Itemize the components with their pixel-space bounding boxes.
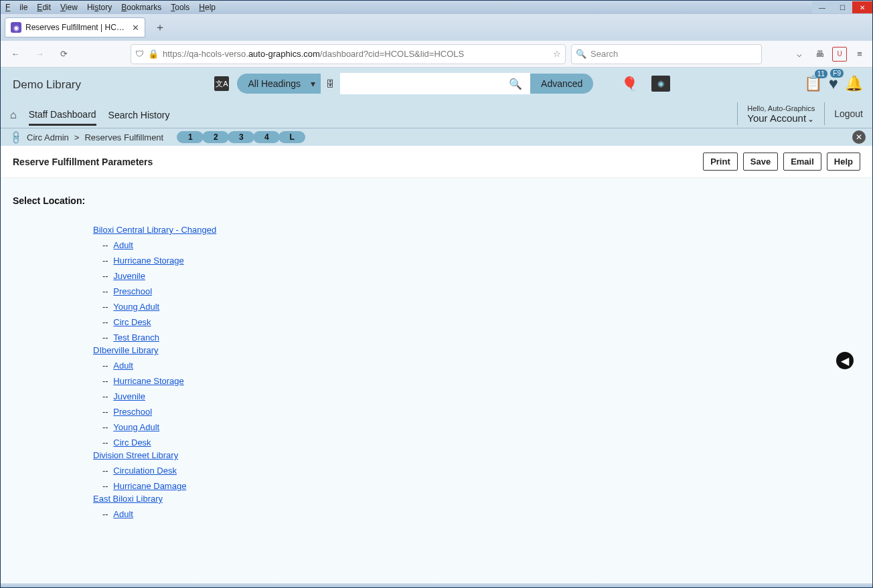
menu-history[interactable]: History [82,1,116,13]
sublocation-link[interactable]: Hurricane Storage [113,256,184,266]
dash: -- [102,437,110,448]
browser-search-box[interactable]: 🔍 Search [571,44,762,64]
sublocation-row: -- Test Branch [102,332,844,342]
page-header: Reserve Fulfillment Parameters Print Sav… [1,146,872,178]
language-icon[interactable]: 文A [214,76,229,91]
os-menubar: File Edit View History Bookmarks Tools H… [1,1,220,13]
email-button[interactable]: Email [783,153,821,171]
content-scroll[interactable]: Select Location: Biloxi Central Library … [1,178,856,583]
list-icon[interactable]: 📋 11 [804,75,822,92]
shield-icon: 🛡 [135,49,144,59]
sublocation-row: -- Preschool [102,286,844,296]
divider [824,102,825,125]
chain-icon: 🔗 [8,129,23,144]
dash: -- [102,240,110,250]
menu-tools[interactable]: Tools [166,1,194,13]
dash: -- [102,271,110,281]
url-text: https://qa-hcols-verso.auto-graphics.com… [163,49,549,59]
advanced-search-button[interactable]: Advanced [530,74,593,94]
breadcrumb-a[interactable]: Circ Admin [27,132,69,142]
back-button[interactable]: ← [6,45,25,64]
sublocation-link[interactable]: Adult [113,509,133,519]
sublocation-row: -- Adult [102,509,844,519]
sublocation-link[interactable]: Test Branch [113,332,159,342]
save-button[interactable]: Save [743,153,778,171]
app-menu-icon[interactable]: ≡ [852,47,867,62]
tab-title: Reserves Fulfillment | HCOLS | h [25,23,128,32]
sublocation-link[interactable]: Adult [113,361,133,371]
forward-button[interactable]: → [30,45,49,64]
print-icon[interactable]: 🖶 [812,47,827,62]
list-badge: 11 [815,70,827,78]
browser-tabstrip: ◉ Reserves Fulfillment | HCOLS | h ✕ ＋ [1,14,872,41]
menu-bookmarks[interactable]: Bookmarks [116,1,166,13]
collapse-chevron-icon[interactable]: ◀ [836,352,854,369]
library-link[interactable]: East Biloxi Library [93,494,163,504]
catalog-browse-icon[interactable]: ◉ [651,76,670,92]
sublocation-link[interactable]: Hurricane Storage [113,376,184,386]
page-pill[interactable]: 2 [202,131,229,143]
sublocation-row: -- Hurricane Storage [102,376,844,386]
dash: -- [102,509,110,519]
url-bar[interactable]: 🛡 🔒 https://qa-hcols-verso.auto-graphics… [131,44,566,64]
catalog-search-button[interactable]: 🔍 [501,73,530,94]
sublocation-link[interactable]: Hurricane Damage [113,481,186,491]
window-close-button[interactable]: ✕ [852,1,872,13]
menu-edit[interactable]: Edit [32,1,56,13]
library-link[interactable]: Biloxi Central Library - Changed [93,225,216,235]
sublocation-row: -- Circulation Desk [102,466,844,476]
sublocation-link[interactable]: Circulation Desk [113,466,177,476]
bookmark-star-icon[interactable]: ☆ [553,49,561,59]
logout-link[interactable]: Logout [834,108,863,119]
search-scope-dropdown[interactable]: All Headings [237,74,321,94]
tab-close-icon[interactable]: ✕ [132,23,139,33]
page-pill[interactable]: 1 [177,131,204,143]
window-maximize-button[interactable]: ☐ [832,1,852,13]
home-icon[interactable]: ⌂ [10,109,17,121]
close-panel-icon[interactable]: ✕ [852,130,866,144]
search-placeholder: Search [590,49,618,59]
new-tab-button[interactable]: ＋ [151,18,169,37]
browser-tab[interactable]: ◉ Reserves Fulfillment | HCOLS | h ✕ [5,17,145,37]
sublocation-row: -- Hurricane Damage [102,481,844,491]
page-pill[interactable]: 4 [253,131,280,143]
sublocation-link[interactable]: Young Adult [113,422,159,432]
sublocation-link[interactable]: Preschool [113,407,152,417]
account-dropdown[interactable]: Your Account [747,112,815,124]
dash: -- [102,407,110,417]
sublocation-link[interactable]: Circ Desk [113,437,151,448]
breadcrumb-b[interactable]: Reserves Fulfillment [84,132,163,142]
favorites-icon[interactable]: ♥ F9 [829,74,838,93]
shield-badge-icon[interactable]: U [832,47,847,62]
page-pill[interactable]: 3 [228,131,254,143]
balloon-icon[interactable]: 🎈 [621,76,638,92]
menu-help[interactable]: Help [194,1,220,13]
print-button[interactable]: Print [703,153,738,171]
database-icon[interactable]: 🗄 [321,79,340,89]
sublocation-link[interactable]: Circ Desk [113,317,151,327]
catalog-search-input[interactable] [340,73,501,94]
sublocation-link[interactable]: Adult [113,240,133,250]
dash: -- [102,466,110,476]
location-tree: Biloxi Central Library - Changed-- Adult… [93,225,844,519]
page-pill[interactable]: L [279,131,305,143]
os-titlebar: File Edit View History Bookmarks Tools H… [1,1,872,14]
help-button[interactable]: Help [827,153,860,171]
dash: -- [102,361,110,371]
notifications-icon[interactable]: 🔔 [845,75,863,92]
nav-staff-dashboard[interactable]: Staff Dashboard [29,105,96,126]
sublocation-link[interactable]: Young Adult [113,302,159,312]
pocket-icon[interactable]: ⌵ [792,47,807,62]
account-greeting: Hello, Auto-Graphics [747,104,815,112]
window-minimize-button[interactable]: — [812,1,832,13]
sublocation-row: -- Adult [102,240,844,250]
library-link[interactable]: Division Street Library [93,450,178,460]
sublocation-link[interactable]: Juvenile [113,391,145,401]
menu-view[interactable]: View [56,1,82,13]
sublocation-link[interactable]: Juvenile [113,271,145,281]
reload-button[interactable]: ⟳ [54,45,73,64]
library-link[interactable]: DIberville Library [93,345,159,355]
nav-search-history[interactable]: Search History [108,106,170,124]
sublocation-link[interactable]: Preschool [113,286,152,296]
menu-file[interactable]: File [1,1,32,13]
